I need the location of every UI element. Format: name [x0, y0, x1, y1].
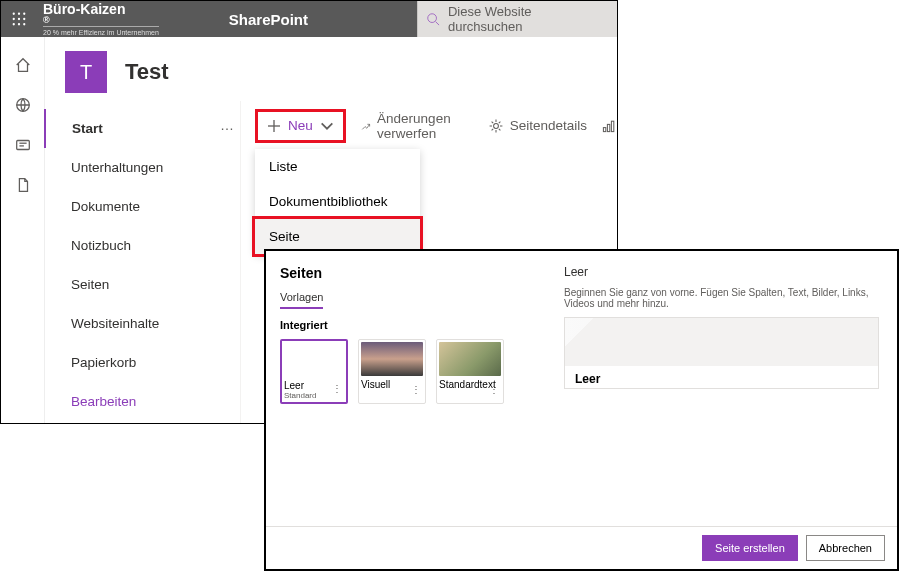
template-thumb	[361, 342, 423, 376]
template-thumb	[439, 342, 501, 376]
template-visuell[interactable]: Visuell ⋮	[358, 339, 426, 404]
site-name: Test	[125, 59, 169, 85]
svg-rect-19	[607, 124, 609, 131]
nav-item-papierkorb[interactable]: Papierkorb	[45, 343, 240, 382]
page-template-dialog: Seiten Vorlagen Integriert Leer Standard…	[265, 250, 898, 570]
dialog-body: Seiten Vorlagen Integriert Leer Standard…	[266, 251, 897, 526]
overflow-button[interactable]	[601, 118, 617, 134]
nav-item-notizbuch[interactable]: Notizbuch	[45, 226, 240, 265]
dialog-left-panel: Seiten Vorlagen Integriert Leer Standard…	[266, 251, 546, 526]
site-header: T Test	[45, 37, 617, 101]
site-tile[interactable]: T	[65, 51, 107, 93]
template-preview: Leer	[564, 317, 879, 389]
gear-icon	[488, 118, 504, 134]
svg-point-2	[23, 13, 25, 15]
discard-button[interactable]: Änderungen verwerfen	[360, 111, 474, 141]
tab-vorlagen[interactable]: Vorlagen	[280, 291, 323, 309]
dialog-left-header: Seiten	[280, 265, 532, 281]
create-page-button[interactable]: Seite erstellen	[702, 535, 798, 561]
dialog-tabs: Vorlagen	[280, 291, 532, 309]
news-icon[interactable]	[13, 135, 33, 155]
nav-item-websiteinhalte[interactable]: Websiteinhalte	[45, 304, 240, 343]
home-icon[interactable]	[13, 55, 33, 75]
discard-label: Änderungen verwerfen	[377, 111, 474, 141]
search-icon	[426, 12, 440, 26]
file-icon[interactable]	[13, 175, 33, 195]
search-box[interactable]: Diese Website durchsuchen	[417, 1, 617, 37]
brand-slogan: 20 % mehr Effizienz im Unternehmen	[43, 26, 159, 36]
dd-item-liste[interactable]: Liste	[255, 149, 420, 184]
command-bar: Neu Änderungen verwerfen Seitendetails	[241, 101, 617, 149]
nav-overflow-icon[interactable]: …	[220, 117, 234, 133]
app-launcher-icon[interactable]	[1, 1, 37, 37]
template-standardtext[interactable]: Standardtext ⋮	[436, 339, 504, 404]
app-title: SharePoint	[229, 11, 308, 28]
left-nav: Start Unterhaltungen Dokumente Notizbuch…	[45, 101, 240, 423]
dialog-right-desc: Beginnen Sie ganz von vorne. Fügen Sie S…	[564, 287, 879, 309]
template-thumb	[284, 343, 344, 377]
dd-item-dokumentbibliothek[interactable]: Dokumentbibliothek	[255, 184, 420, 219]
svg-point-8	[23, 23, 25, 25]
nav-item-seiten[interactable]: Seiten	[45, 265, 240, 304]
analytics-icon	[601, 118, 617, 134]
brand-name: Büro-Kaizen	[43, 2, 159, 16]
svg-point-3	[13, 18, 15, 20]
preview-hero	[565, 318, 878, 366]
svg-point-4	[18, 18, 20, 20]
app-rail	[1, 37, 45, 423]
page-details-button[interactable]: Seitendetails	[488, 118, 587, 134]
new-label: Neu	[288, 118, 313, 133]
template-more-icon[interactable]: ⋮	[489, 384, 499, 395]
nav-item-dokumente[interactable]: Dokumente	[45, 187, 240, 226]
svg-rect-20	[611, 121, 613, 131]
svg-rect-12	[16, 141, 29, 150]
svg-point-5	[23, 18, 25, 20]
cancel-button[interactable]: Abbrechen	[806, 535, 885, 561]
svg-line-10	[436, 22, 439, 25]
svg-rect-18	[603, 127, 605, 131]
template-list: Leer Standard ⋮ Visuell ⋮ Standardtext ⋮	[280, 339, 532, 404]
svg-point-0	[13, 13, 15, 15]
svg-point-6	[13, 23, 15, 25]
svg-point-1	[18, 13, 20, 15]
discard-icon	[360, 118, 371, 134]
plus-icon	[266, 118, 282, 134]
dialog-right-panel: Leer Beginnen Sie ganz von vorne. Fügen …	[546, 251, 897, 526]
globe-icon[interactable]	[13, 95, 33, 115]
svg-point-7	[18, 23, 20, 25]
highlight-box-neu: Neu	[255, 109, 346, 143]
dialog-right-header: Leer	[564, 265, 879, 279]
brand-logo: Büro-Kaizen® 20 % mehr Effizienz im Unte…	[43, 2, 159, 36]
page-details-label: Seitendetails	[510, 118, 587, 133]
template-leer[interactable]: Leer Standard ⋮	[280, 339, 348, 404]
template-more-icon[interactable]: ⋮	[332, 383, 342, 394]
dd-item-seite[interactable]: Seite	[255, 219, 420, 254]
nav-item-unterhaltungen[interactable]: Unterhaltungen	[45, 148, 240, 187]
chevron-down-icon	[319, 118, 335, 134]
suite-bar: Büro-Kaizen® 20 % mehr Effizienz im Unte…	[1, 1, 617, 37]
new-button[interactable]: Neu	[258, 112, 343, 140]
nav-item-start[interactable]: Start	[44, 109, 240, 148]
svg-point-17	[493, 123, 498, 128]
nav-item-bearbeiten[interactable]: Bearbeiten	[45, 382, 240, 421]
template-more-icon[interactable]: ⋮	[411, 384, 421, 395]
search-placeholder: Diese Website durchsuchen	[448, 4, 609, 34]
svg-point-9	[428, 14, 437, 23]
preview-title: Leer	[565, 366, 878, 392]
new-dropdown: Liste Dokumentbibliothek Seite	[255, 149, 420, 254]
dialog-footer: Seite erstellen Abbrechen	[266, 526, 897, 569]
brand-reg: ®	[43, 16, 159, 25]
section-integriert: Integriert	[280, 319, 532, 331]
